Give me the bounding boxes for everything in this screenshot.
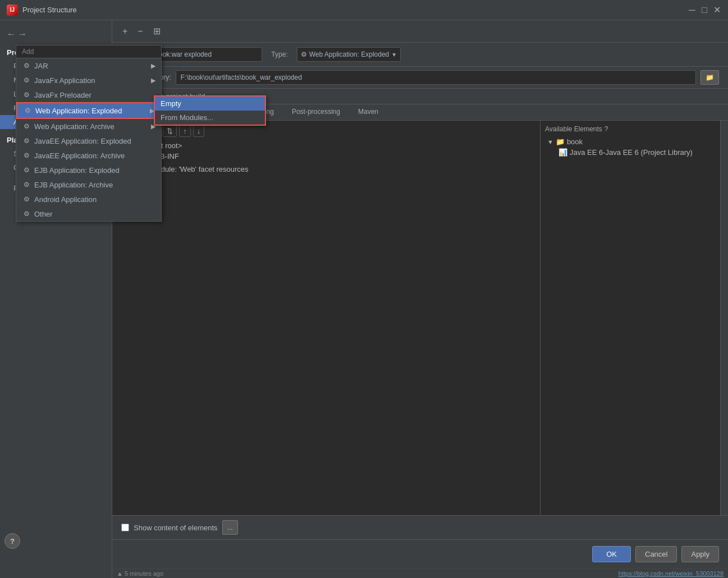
close-button[interactable]: ✕ (712, 6, 721, 15)
add-menu-label-jar: JAR (34, 62, 48, 70)
add-menu-item-ejb-exploded[interactable]: ⚙ EJB Application: Exploded (16, 163, 161, 177)
add-menu-item-webapp-archive[interactable]: ⚙ Web Application: Archive ▶ (16, 119, 161, 134)
ejb-archive-icon: ⚙ (22, 180, 31, 189)
status-left: ▲ 5 minutes ago (117, 570, 163, 577)
window-controls: ─ □ ✕ (688, 6, 721, 15)
avail-item-book[interactable]: ▼ 📁 book (545, 136, 716, 147)
avail-lib-icon: 📊 (558, 148, 567, 157)
jar-icon: ⚙ (22, 61, 31, 70)
add-menu-label-javafx-app: JavaFx Application (34, 76, 95, 85)
bottom-bar: OK Cancel Apply (112, 539, 728, 568)
type-icon: ⚙ (301, 51, 307, 58)
output-down-btn[interactable]: ↓ (193, 125, 205, 137)
javaee-exploded-icon: ⚙ (22, 136, 31, 145)
ejb-exploded-icon: ⚙ (22, 166, 31, 175)
show-content-checkbox[interactable] (121, 524, 129, 531)
submenu-label-from-modules: From Modules... (161, 113, 213, 122)
window-title: Project Structure (22, 6, 77, 14)
output-layout-area: 🗂 + − ⇅ ↑ ↓ ▼ 📁 <output root> ▶ 📁 WEB-IN… (112, 121, 728, 515)
tree-item-webinf[interactable]: ▶ 📁 WEB-INF (128, 151, 535, 162)
content-toolbar: + − ⊞ (112, 20, 728, 43)
avail-label-javaee: Java EE 6-Java EE 6 (Project Library) (570, 148, 693, 157)
output-dir-row: Output directory: 📁 (112, 67, 728, 89)
add-menu-item-javafx-app[interactable]: ⚙ JavaFx Application ▶ (16, 73, 161, 88)
javafx-app-submenu-arrow: ▶ (151, 77, 155, 84)
tab-maven[interactable]: Maven (349, 104, 387, 120)
webapp-exploded-icon: ⚙ (23, 106, 32, 115)
status-right: https://blog.csdn.net/weixin_53003128 (619, 570, 724, 577)
add-menu-label-javaee-exploded: JavaEE Application: Exploded (34, 137, 131, 145)
add-menu-item-javaee-exploded[interactable]: ⚙ JavaEE Application: Exploded (16, 134, 161, 148)
add-menu-label-webapp-exploded: Web Application: Exploded (35, 107, 122, 115)
title-bar: IJ Project Structure ─ □ ✕ (0, 0, 728, 20)
output-up-btn[interactable]: ↑ (179, 125, 191, 137)
output-dir-input[interactable] (176, 70, 696, 85)
maximize-button[interactable]: □ (700, 6, 709, 15)
properties-panel: Name: Type: ⚙ Web Application: Exploded … (112, 43, 728, 67)
output-sort-btn[interactable]: ⇅ (163, 125, 177, 137)
output-tree: 🗂 + − ⇅ ↑ ↓ ▼ 📁 <output root> ▶ 📁 WEB-IN… (112, 121, 541, 515)
javaee-archive-icon: ⚙ (22, 151, 31, 160)
apply-button[interactable]: Apply (681, 546, 719, 562)
help-button[interactable]: ? (4, 533, 20, 549)
output-tree-toolbar: 🗂 + − ⇅ ↑ ↓ (117, 125, 535, 137)
add-menu-label-ejb-archive: EJB Application: Archive (34, 181, 113, 189)
type-selector[interactable]: ⚙ Web Application: Exploded ▼ (297, 47, 401, 62)
add-menu-item-webapp-exploded[interactable]: ⚙ Web Application: Exploded ▶ (16, 102, 161, 119)
browse-button[interactable]: 📁 (700, 70, 719, 85)
tree-item-output-root[interactable]: ▼ 📁 <output root> (117, 140, 535, 151)
add-menu-label-other: Other (34, 210, 53, 218)
tree-item-module-facet[interactable]: 🔧 'book' module: 'Web' facet resources (117, 164, 535, 175)
add-menu-item-ejb-archive[interactable]: ⚙ EJB Application: Archive (16, 177, 161, 192)
tab-postprocessing[interactable]: Post-processing (283, 104, 349, 120)
available-elements-panel: Available Elements ? ▼ 📁 book 📊 Java EE … (541, 121, 720, 515)
add-menu-item-javaee-archive[interactable]: ⚙ JavaEE Application: Archive (16, 148, 161, 163)
avail-label-book: book (567, 137, 583, 146)
status-bar: ▲ 5 minutes ago https://blog.csdn.net/we… (112, 568, 728, 578)
add-menu-label-javaee-archive: JavaEE Application: Archive (34, 152, 125, 160)
show-content-label: Show content of elements (134, 524, 218, 532)
avail-item-javaee[interactable]: 📊 Java EE 6-Java EE 6 (Project Library) (556, 147, 716, 158)
forward-arrow[interactable]: → (18, 29, 27, 39)
avail-folder-book: 📁 (556, 137, 565, 146)
submenu-item-from-modules[interactable]: From Modules... (155, 111, 265, 125)
submenu-label-empty: Empty (161, 99, 181, 108)
type-label: Type: (271, 51, 287, 58)
type-dropdown-arrow: ▼ (391, 52, 397, 58)
submenu-item-empty[interactable]: Empty (155, 97, 265, 111)
show-content-row: Show content of elements ... (112, 515, 728, 539)
add-menu-label-javafx-preloader: JavaFx Preloader (34, 91, 91, 99)
cancel-button[interactable]: Cancel (635, 546, 677, 562)
copy-button[interactable]: ⊞ (150, 25, 164, 38)
available-header: Available Elements ? (545, 125, 716, 133)
add-menu-label-android: Android Application (34, 195, 97, 204)
ellipsis-button[interactable]: ... (222, 520, 238, 535)
add-menu-label-webapp-archive: Web Application: Archive (34, 122, 115, 131)
add-menu-item-android[interactable]: ⚙ Android Application (16, 192, 161, 207)
add-menu-label-ejb-exploded: EJB Application: Exploded (34, 166, 120, 175)
scrollbar[interactable] (720, 121, 728, 515)
add-menu-header: Add (16, 45, 161, 58)
add-menu-item-javafx-preloader[interactable]: ⚙ JavaFx Preloader (16, 88, 161, 102)
android-icon: ⚙ (22, 195, 31, 204)
back-arrow[interactable]: ← (7, 29, 16, 39)
add-menu-item-other[interactable]: ⚙ Other (16, 207, 161, 221)
jar-submenu-arrow: ▶ (151, 62, 155, 70)
available-label: Available Elements (545, 125, 602, 133)
other-icon: ⚙ (22, 209, 31, 218)
type-value: Web Application: Exploded (309, 51, 390, 58)
minimize-button[interactable]: ─ (688, 6, 697, 15)
add-menu-item-jar[interactable]: ⚙ JAR ▶ (16, 58, 161, 73)
nav-arrows: ← → (0, 25, 112, 44)
avail-expand-book: ▼ (547, 139, 553, 145)
javafx-preloader-icon: ⚙ (22, 90, 31, 99)
remove-button[interactable]: − (134, 25, 146, 38)
available-help-icon: ? (605, 125, 608, 133)
add-button[interactable]: + (119, 25, 131, 38)
javafx-app-icon: ⚙ (22, 76, 31, 85)
ok-button[interactable]: OK (592, 546, 631, 562)
name-input[interactable] (150, 47, 262, 62)
app-icon: IJ (7, 4, 18, 16)
submenu: Empty From Modules... (154, 95, 266, 126)
add-menu: Add ⚙ JAR ▶ ⚙ JavaFx Application ▶ ⚙ Jav… (16, 45, 162, 222)
